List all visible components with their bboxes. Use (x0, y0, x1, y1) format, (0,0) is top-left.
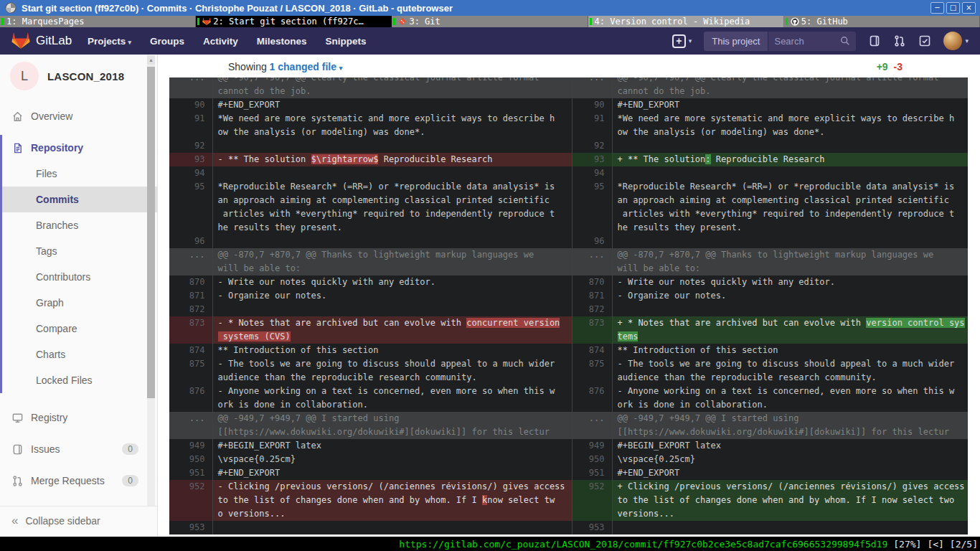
diff-old-line-number[interactable]: 90 (169, 98, 212, 112)
nav-link-milestones[interactable]: Milestones (257, 36, 307, 47)
window-maximize-button[interactable]: □ (946, 2, 960, 14)
sidebar-item-branches[interactable]: Branches (2, 212, 157, 238)
diff-old-line-number[interactable]: 951 (169, 466, 212, 480)
diff-new-line-number[interactable]: 93 (572, 153, 612, 166)
nav-link-activity[interactable]: Activity (203, 36, 238, 47)
nav-link-snippets[interactable]: Snippets (325, 36, 366, 47)
window-close-button[interactable]: × (962, 2, 976, 14)
diff-new-line-number[interactable]: 872 (572, 303, 612, 316)
sidebar-item-locked-files[interactable]: Locked Files (2, 367, 157, 393)
diff-new-line-number[interactable]: 950 (572, 453, 612, 466)
new-menu-button[interactable]: + ▾ (672, 34, 692, 48)
diff-old-line-number[interactable]: 91 (169, 112, 212, 139)
diff-new-line-number[interactable]: 94 (572, 166, 612, 180)
diff-old-line-number[interactable]: 872 (169, 303, 212, 316)
changed-files-dropdown[interactable]: 1 changed file ▾ (270, 61, 343, 72)
sidebar-item-commits[interactable]: Commits (2, 187, 157, 212)
diff-old-line-number[interactable]: ... (169, 248, 212, 276)
diff-old-line-number[interactable]: 871 (169, 289, 212, 303)
gitlab-brand[interactable]: GitLab (11, 32, 72, 50)
diff-old-line-number[interactable]: 870 (169, 276, 212, 289)
sidebar-item-graph[interactable]: Graph (2, 290, 157, 316)
sidebar-item-overview[interactable]: Overview (0, 103, 157, 129)
chevron-double-left-icon: « (11, 514, 18, 528)
diff-new-line-number[interactable]: 96 (572, 235, 612, 248)
nav-link-groups[interactable]: Groups (150, 36, 184, 47)
diff-text-segment: + ** The solution (618, 154, 706, 164)
diff-new-line-number[interactable]: 875 (572, 357, 612, 385)
diff-new-line-number[interactable]: 953 (572, 521, 612, 534)
diff-new-code-cell (612, 139, 968, 153)
diff-new-code-cell: #+BEGIN_EXPORT latex (612, 439, 968, 453)
browser-tab-4[interactable]: 4: Version control - Wikipedia (588, 16, 784, 27)
issues-nav-button[interactable] (868, 34, 881, 47)
sidebar-scrollbar[interactable]: ▲ (147, 55, 155, 506)
diff-new-line-number[interactable]: 949 (572, 439, 612, 453)
diff-new-line-number[interactable]: 873 (572, 316, 612, 344)
diff-new-line-number[interactable]: ... (572, 412, 612, 439)
diff-new-line-number[interactable]: 90 (572, 98, 612, 112)
sidebar-item-merge-requests[interactable]: Merge Requests 0 (0, 468, 157, 494)
diff-old-code-cell: \vspace{0.25cm} (212, 453, 572, 466)
merge-request-icon (11, 475, 24, 487)
sidebar-item-compare[interactable]: Compare (2, 316, 157, 342)
diff-old-line-number[interactable]: 952 (169, 480, 212, 521)
diff-text-segment: *We need are more systematic and more ex… (218, 113, 555, 137)
diff-new-line-number[interactable]: 951 (572, 466, 612, 480)
scroll-percent: [27%] (893, 539, 921, 550)
diff-old-line-number[interactable]: 953 (169, 521, 212, 534)
tab-load-indicator (393, 18, 395, 25)
diff-old-line-number[interactable]: 95 (169, 180, 212, 235)
diff-old-line-number[interactable]: 93 (169, 153, 212, 166)
diff-new-line-number[interactable]: 876 (572, 385, 612, 412)
sidebar-item-repository[interactable]: Repository (2, 135, 157, 161)
sidebar-item-files[interactable]: Files (2, 161, 157, 187)
diff-old-line-number[interactable]: 950 (169, 453, 212, 466)
window-minimize-button[interactable]: − (930, 2, 944, 14)
browser-tab-2-active[interactable]: 2: Start git section (ff927c… (196, 16, 392, 27)
diff-new-line-number[interactable]: 952 (572, 480, 612, 521)
home-icon (11, 110, 24, 123)
diff-new-line-number[interactable]: 91 (572, 112, 612, 139)
diff-old-line-number[interactable]: ... (169, 412, 212, 439)
scrollbar-thumb[interactable] (147, 67, 155, 398)
diff-new-line-number[interactable]: ... (572, 77, 612, 98)
diff-new-line-number[interactable]: 92 (572, 139, 612, 153)
diff-new-line-number[interactable]: 95 (572, 180, 612, 235)
todos-nav-button[interactable] (918, 34, 931, 47)
collapse-sidebar-button[interactable]: « Collapse sidebar (0, 506, 157, 534)
sidebar-item-registry[interactable]: Registry (0, 405, 157, 430)
browser-tab-5[interactable]: 5: GitHub (784, 16, 980, 27)
diff-text-segment: *We need are more systematic and more ex… (618, 113, 955, 137)
nav-link-projects[interactable]: Projects▾ (88, 36, 131, 47)
browser-tab-1[interactable]: 1: MarquesPages (0, 16, 196, 27)
gitlab-navbar: GitLab Projects▾ Groups Activity Milesto… (0, 27, 980, 55)
diff-old-line-number[interactable]: 874 (169, 344, 212, 357)
diff-old-code-cell: *We need are more systematic and more ex… (212, 112, 572, 139)
diff-new-line-number[interactable]: 874 (572, 344, 612, 357)
user-menu-button[interactable]: ▾ (943, 32, 969, 50)
diff-old-line-number[interactable]: 96 (169, 235, 212, 248)
diff-new-line-number[interactable]: 871 (572, 289, 612, 303)
diff-old-line-number[interactable]: ... (169, 77, 212, 98)
diff-old-line-number[interactable]: 92 (169, 139, 212, 153)
diff-old-line-number[interactable]: 876 (169, 385, 212, 412)
diff-old-line-number[interactable]: 949 (169, 439, 212, 453)
sidebar-item-tags[interactable]: Tags (2, 238, 157, 264)
chevron-down-icon: ▾ (339, 65, 343, 72)
search-input[interactable]: Search (768, 32, 856, 51)
diff-new-line-number[interactable]: ... (572, 248, 612, 276)
browser-tab-3[interactable]: 3: Git (392, 16, 588, 27)
diff-new-line-number[interactable]: 870 (572, 276, 612, 289)
project-title-row[interactable]: L LASCON_2018 (0, 55, 157, 98)
diff-old-line-number[interactable]: 875 (169, 357, 212, 385)
diff-old-line-number[interactable]: 873 (169, 316, 212, 344)
sidebar-item-charts[interactable]: Charts (2, 342, 157, 367)
sidebar-item-contributors[interactable]: Contributors (2, 264, 157, 290)
diff-old-line-number[interactable]: 94 (169, 166, 212, 180)
diff-text-segment: #+END_EXPORT (218, 100, 281, 110)
merge-requests-nav-button[interactable] (893, 34, 906, 47)
scrollbar-up-arrow-icon[interactable]: ▲ (147, 55, 155, 65)
sidebar-item-label: Registry (31, 412, 67, 423)
sidebar-item-issues[interactable]: Issues 0 (0, 436, 157, 462)
